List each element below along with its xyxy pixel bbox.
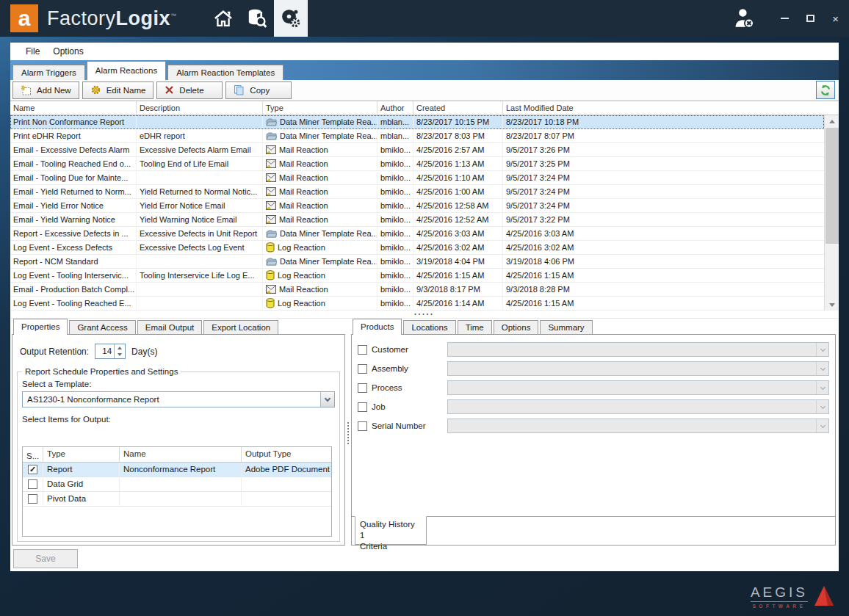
minimize-button[interactable]	[781, 18, 789, 19]
customer-select[interactable]	[447, 342, 829, 357]
ocol-selected[interactable]: S...	[23, 447, 43, 462]
mail-reaction-icon	[266, 159, 276, 168]
vertical-scrollbar[interactable]	[824, 115, 839, 311]
scroll-up-arrow-icon[interactable]	[825, 115, 839, 127]
checkbox-unchecked-icon[interactable]	[28, 494, 37, 504]
copy-button[interactable]: Copy	[225, 81, 292, 99]
table-row[interactable]: Email - Tooling Due for Mainte...Mail Re…	[10, 171, 824, 185]
job-select[interactable]	[447, 399, 829, 414]
table-row[interactable]: Log Event - Tooling Reached E...Log Reac…	[10, 297, 824, 311]
stepper-arrows	[114, 344, 125, 358]
template-dropdown-button[interactable]	[320, 392, 334, 407]
tab-export-location[interactable]: Export Location	[203, 320, 278, 335]
delete-button[interactable]: Delete	[156, 81, 223, 99]
table-row[interactable]: Log Event - Excess DefectsExcessive Defe…	[10, 241, 824, 255]
serial-number-select[interactable]	[447, 418, 829, 433]
save-button[interactable]: Save	[13, 549, 78, 568]
chevron-down-icon	[820, 403, 825, 408]
dropdown-button[interactable]	[816, 362, 828, 375]
table-row[interactable]: Email - Yield Returned to Norm...Yield R…	[10, 185, 824, 199]
criteria-panel: Products Locations Time Options Summary …	[351, 319, 836, 547]
checkbox-unchecked-icon[interactable]	[28, 479, 37, 489]
table-row[interactable]: Print Non Conformance ReportData Miner T…	[10, 115, 824, 129]
ocol-output-type[interactable]: Output Type	[242, 447, 331, 462]
ocol-type[interactable]: Type	[43, 447, 120, 462]
col-name[interactable]: Name	[10, 101, 137, 115]
tab-grant-access[interactable]: Grant Access	[69, 320, 135, 335]
edit-name-button[interactable]: Edit Name	[82, 81, 154, 99]
col-created[interactable]: Created	[413, 101, 503, 115]
output-item-row[interactable]: Data Grid	[23, 477, 331, 492]
process-select[interactable]	[447, 380, 829, 395]
table-row[interactable]: Email - Yield Error NoticeYield Error No…	[10, 199, 824, 213]
menu-file[interactable]: File	[19, 46, 46, 57]
tab-quality-history-criteria[interactable]: Quality History 1 Criteria	[355, 516, 427, 545]
col-last-modified[interactable]: Last Modified Date	[503, 101, 839, 115]
tab-alarm-reaction-templates[interactable]: Alarm Reaction Templates	[167, 65, 283, 80]
cell-description	[137, 283, 263, 297]
table-row[interactable]: Report - NCM StandardData Miner Template…	[10, 255, 824, 269]
output-retention-stepper[interactable]: 14	[95, 344, 126, 359]
cell-name: Email - Yield Warning Notice	[10, 213, 137, 227]
dropdown-button[interactable]	[816, 343, 828, 356]
dropdown-button[interactable]	[816, 381, 828, 394]
table-row[interactable]: Log Event - Tooling Interservic...Toolin…	[10, 269, 824, 283]
tab-time[interactable]: Time	[458, 320, 492, 335]
maximize-button[interactable]	[806, 15, 814, 22]
report-schedule-groupbox: Report Schedule Properties and Settings …	[17, 367, 340, 542]
ocol-name[interactable]: Name	[120, 447, 242, 462]
process-checkbox[interactable]	[358, 383, 367, 393]
checkbox-checked-icon[interactable]: ✓	[28, 465, 37, 474]
products-box: CustomerAssemblyProcessJobSerial Number …	[351, 334, 836, 546]
table-row[interactable]: Print eDHR ReporteDHR reportData Miner T…	[10, 129, 824, 143]
serial-number-checkbox[interactable]	[358, 421, 367, 431]
refresh-button[interactable]	[816, 81, 835, 99]
table-row[interactable]: Report - Excessive Defects in ...Excessi…	[10, 227, 824, 241]
menu-options[interactable]: Options	[46, 46, 90, 57]
job-checkbox[interactable]	[358, 402, 367, 412]
template-select[interactable]: AS1230-1 Nonconformance Report	[22, 391, 335, 407]
add-new-icon	[21, 85, 32, 95]
table-row[interactable]: Email - Excessive Defects AlarmExcessive…	[10, 143, 824, 157]
scrollbar-thumb[interactable]	[825, 128, 839, 244]
vertical-splitter[interactable]	[345, 319, 351, 547]
output-item-row[interactable]: ✓ReportNonconformance ReportAdobe PDF Do…	[23, 463, 331, 477]
tab-email-output[interactable]: Email Output	[137, 320, 202, 335]
home-button[interactable]	[206, 0, 240, 37]
stepper-up-icon[interactable]	[115, 344, 125, 352]
cell-modified: 9/5/2017 3:25 PM	[503, 157, 824, 171]
tab-options[interactable]: Options	[494, 320, 539, 335]
tab-alarm-triggers[interactable]: Alarm Triggers	[12, 65, 85, 80]
criteria-tabstrip: Products Locations Time Options Summary	[351, 319, 836, 335]
database-search-icon	[246, 8, 268, 29]
scroll-down-arrow-icon[interactable]	[825, 299, 839, 311]
col-author[interactable]: Author	[377, 101, 413, 115]
tab-locations[interactable]: Locations	[403, 320, 455, 335]
dropdown-button[interactable]	[816, 419, 828, 432]
cell-description	[137, 297, 263, 311]
tab-alarm-reactions[interactable]: Alarm Reactions	[87, 61, 166, 80]
output-item-row[interactable]: Pivot Data	[23, 492, 331, 507]
table-row[interactable]: Email - Tooling Reached End o...Tooling …	[10, 157, 824, 171]
col-type[interactable]: Type	[263, 101, 377, 115]
settings-button[interactable]	[274, 0, 308, 37]
user-logout-icon[interactable]	[732, 7, 757, 30]
assembly-select[interactable]	[447, 361, 829, 376]
tab-summary[interactable]: Summary	[540, 320, 592, 335]
output-retention-value[interactable]: 14	[95, 344, 114, 358]
cell-created: 4/25/2016 1:14 AM	[413, 297, 503, 311]
stepper-down-icon[interactable]	[115, 352, 125, 359]
data-source-button[interactable]	[240, 0, 274, 37]
tab-properties[interactable]: Properties	[13, 319, 68, 335]
horizontal-splitter[interactable]: •••••	[10, 311, 839, 319]
dropdown-button[interactable]	[816, 400, 828, 413]
customer-checkbox[interactable]	[358, 345, 367, 355]
add-new-button[interactable]: Add New	[12, 81, 79, 99]
cell-author: bmiklo...	[377, 157, 413, 171]
table-row[interactable]: Email - Production Batch Compl...Mail Re…	[10, 283, 824, 297]
assembly-checkbox[interactable]	[358, 364, 367, 374]
table-row[interactable]: Email - Yield Warning NoticeYield Warnin…	[10, 213, 824, 227]
col-description[interactable]: Description	[137, 101, 263, 115]
tab-products[interactable]: Products	[353, 319, 402, 335]
close-button[interactable]: ×	[832, 13, 839, 24]
